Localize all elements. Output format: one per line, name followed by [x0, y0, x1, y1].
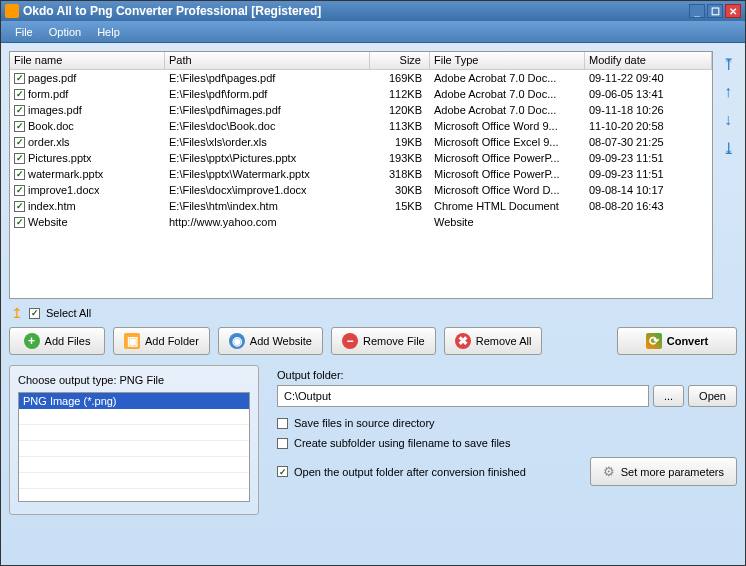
- titlebar: Okdo All to Png Converter Professional […: [1, 1, 745, 21]
- file-path: E:\Files\pptx\Watermark.pptx: [165, 167, 370, 181]
- maximize-button[interactable]: ☐: [707, 4, 723, 18]
- open-after-label: Open the output folder after conversion …: [294, 466, 526, 478]
- move-top-icon[interactable]: ⤒: [719, 55, 737, 73]
- file-path: E:\Files\pdf\form.pdf: [165, 87, 370, 101]
- file-type: Microsoft Office Word D...: [430, 183, 585, 197]
- row-checkbox[interactable]: ✓: [14, 121, 25, 132]
- col-header-name[interactable]: File name: [10, 52, 165, 69]
- file-name: Website: [28, 216, 68, 228]
- output-type-value: PNG File: [120, 374, 165, 386]
- menu-option[interactable]: Option: [41, 23, 89, 41]
- output-folder-label: Output folder:: [277, 369, 737, 381]
- file-name: improve1.docx: [28, 184, 100, 196]
- output-folder-input[interactable]: [277, 385, 649, 407]
- menu-help[interactable]: Help: [89, 23, 128, 41]
- remove-all-icon: ✖: [455, 333, 471, 349]
- file-list-header: File name Path Size File Type Modify dat…: [10, 52, 712, 70]
- add-folder-button[interactable]: ▣Add Folder: [113, 327, 210, 355]
- col-header-date[interactable]: Modify date: [585, 52, 712, 69]
- move-bottom-icon[interactable]: ⤓: [719, 139, 737, 157]
- table-row[interactable]: ✓pages.pdfE:\Files\pdf\pages.pdf169KBAdo…: [10, 70, 712, 86]
- file-type: Adobe Acrobat 7.0 Doc...: [430, 103, 585, 117]
- file-path: E:\Files\pdf\pages.pdf: [165, 71, 370, 85]
- close-button[interactable]: ✕: [725, 4, 741, 18]
- app-icon: [5, 4, 19, 18]
- row-checkbox[interactable]: ✓: [14, 105, 25, 116]
- file-size: 15KB: [370, 199, 430, 213]
- open-after-checkbox[interactable]: ✓: [277, 466, 288, 477]
- move-up-icon[interactable]: ↑: [719, 83, 737, 101]
- remove-file-button[interactable]: −Remove File: [331, 327, 436, 355]
- convert-icon: ⟳: [646, 333, 662, 349]
- add-files-button[interactable]: +Add Files: [9, 327, 105, 355]
- row-checkbox[interactable]: ✓: [14, 153, 25, 164]
- file-type: Website: [430, 215, 585, 229]
- file-path: E:\Files\htm\index.htm: [165, 199, 370, 213]
- file-path: E:\Files\pptx\Pictures.pptx: [165, 151, 370, 165]
- file-date: 09-08-14 10:17: [585, 183, 712, 197]
- subfolder-checkbox[interactable]: [277, 438, 288, 449]
- save-source-checkbox[interactable]: [277, 418, 288, 429]
- select-all-checkbox[interactable]: ✓: [29, 308, 40, 319]
- file-path: E:\Files\xls\order.xls: [165, 135, 370, 149]
- table-row[interactable]: ✓Websitehttp://www.yahoo.comWebsite: [10, 214, 712, 230]
- type-option-png[interactable]: PNG Image (*.png): [19, 393, 249, 409]
- file-size: [370, 221, 430, 223]
- table-row[interactable]: ✓index.htmE:\Files\htm\index.htm15KBChro…: [10, 198, 712, 214]
- file-name: Book.doc: [28, 120, 74, 132]
- add-website-button[interactable]: ◉Add Website: [218, 327, 323, 355]
- table-row[interactable]: ✓improve1.docxE:\Files\docx\improve1.doc…: [10, 182, 712, 198]
- table-row[interactable]: ✓Pictures.pptxE:\Files\pptx\Pictures.ppt…: [10, 150, 712, 166]
- file-date: 09-11-18 10:26: [585, 103, 712, 117]
- file-path: E:\Files\docx\improve1.docx: [165, 183, 370, 197]
- file-date: 11-10-20 20:58: [585, 119, 712, 133]
- browse-button[interactable]: ...: [653, 385, 684, 407]
- file-name: order.xls: [28, 136, 70, 148]
- row-checkbox[interactable]: ✓: [14, 137, 25, 148]
- window-title: Okdo All to Png Converter Professional […: [23, 4, 687, 18]
- file-size: 193KB: [370, 151, 430, 165]
- row-checkbox[interactable]: ✓: [14, 169, 25, 180]
- set-more-parameters-button[interactable]: ⚙Set more parameters: [590, 457, 737, 486]
- table-row[interactable]: ✓form.pdfE:\Files\pdf\form.pdf112KBAdobe…: [10, 86, 712, 102]
- file-date: [585, 221, 712, 223]
- open-folder-button[interactable]: Open: [688, 385, 737, 407]
- move-down-icon[interactable]: ↓: [719, 111, 737, 129]
- row-checkbox[interactable]: ✓: [14, 217, 25, 228]
- file-date: 09-11-22 09:40: [585, 71, 712, 85]
- file-date: 09-09-23 11:51: [585, 167, 712, 181]
- file-size: 120KB: [370, 103, 430, 117]
- file-path: E:\Files\pdf\images.pdf: [165, 103, 370, 117]
- col-header-path[interactable]: Path: [165, 52, 370, 69]
- file-date: 09-09-23 11:51: [585, 151, 712, 165]
- table-row[interactable]: ✓watermark.pptxE:\Files\pptx\Watermark.p…: [10, 166, 712, 182]
- file-size: 169KB: [370, 71, 430, 85]
- file-size: 112KB: [370, 87, 430, 101]
- table-row[interactable]: ✓Book.docE:\Files\doc\Book.doc113KBMicro…: [10, 118, 712, 134]
- table-row[interactable]: ✓order.xlsE:\Files\xls\order.xls19KBMicr…: [10, 134, 712, 150]
- row-checkbox[interactable]: ✓: [14, 89, 25, 100]
- file-name: Pictures.pptx: [28, 152, 92, 164]
- file-list[interactable]: File name Path Size File Type Modify dat…: [9, 51, 713, 299]
- col-header-size[interactable]: Size: [370, 52, 430, 69]
- col-header-type[interactable]: File Type: [430, 52, 585, 69]
- convert-button[interactable]: ⟳Convert: [617, 327, 737, 355]
- minimize-button[interactable]: _: [689, 4, 705, 18]
- file-name: watermark.pptx: [28, 168, 103, 180]
- file-date: 08-07-30 21:25: [585, 135, 712, 149]
- table-row[interactable]: ✓images.pdfE:\Files\pdf\images.pdf120KBA…: [10, 102, 712, 118]
- row-checkbox[interactable]: ✓: [14, 185, 25, 196]
- row-checkbox[interactable]: ✓: [14, 201, 25, 212]
- output-type-list[interactable]: PNG Image (*.png): [18, 392, 250, 502]
- output-type-panel: Choose output type: PNG File PNG Image (…: [9, 365, 259, 515]
- reorder-buttons: ⤒ ↑ ↓ ⤓: [719, 51, 737, 299]
- file-type: Microsoft Office PowerP...: [430, 151, 585, 165]
- file-type: Microsoft Office Excel 9...: [430, 135, 585, 149]
- menu-file[interactable]: File: [7, 23, 41, 41]
- file-path: http://www.yahoo.com: [165, 215, 370, 229]
- file-size: 318KB: [370, 167, 430, 181]
- file-name: index.htm: [28, 200, 76, 212]
- file-size: 113KB: [370, 119, 430, 133]
- row-checkbox[interactable]: ✓: [14, 73, 25, 84]
- remove-all-button[interactable]: ✖Remove All: [444, 327, 543, 355]
